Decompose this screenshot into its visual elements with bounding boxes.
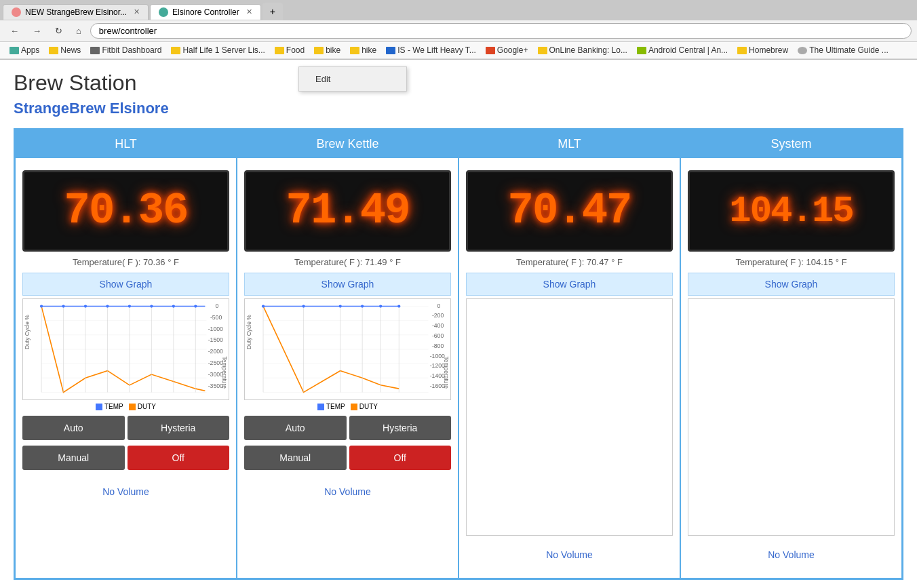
svg-point-27 [84,305,87,307]
station-brew-kettle-body: 71.49 Temperature( F ): 71.49 ° F Show G… [237,158,458,515]
system-show-graph-btn[interactable]: Show Graph [688,273,895,296]
svg-text:-400: -400 [432,322,444,329]
station-system-body: 104.15 Temperature( F ): 104.15 ° F Show… [681,158,901,578]
system-temp-label: Temperature( F ): 104.15 ° F [688,257,895,267]
folder-icon-news [49,47,58,54]
svg-point-62 [397,305,400,307]
svg-text:-800: -800 [432,342,444,349]
mlt-lcd: 70.47 [466,170,673,252]
bookmark-halflife-label: Half Life 1 Server Lis... [182,45,265,55]
tab-bar: NEW StrangeBrew Elsinor... ✕ Elsinore Co… [0,0,917,20]
bookmark-apps[interactable]: Apps [5,44,43,56]
bookmark-is-label: IS - We Lift Heavy T... [397,45,476,55]
home-button[interactable]: ⌂ [71,24,86,38]
brew-kettle-manual-btn[interactable]: Manual [244,446,347,470]
tab-close-elsinore[interactable]: ✕ [246,7,252,16]
svg-point-61 [379,305,382,307]
bookmark-ultimate[interactable]: The Ultimate Guide ... [794,44,893,56]
bookmark-bike[interactable]: bike [310,44,345,56]
hlt-temp-label: Temperature( F ): 70.36 ° F [22,257,229,267]
forward-button[interactable]: → [28,24,46,38]
brew-kettle-duty-dot [351,404,357,410]
hlt-temp-value: 70.36 [64,187,187,235]
bookmark-bike-label: bike [326,45,340,55]
bookmark-fitbit[interactable]: Fitbit Dashboard [86,44,165,56]
brew-kettle-hysteria-btn[interactable]: Hysteria [349,416,452,440]
brew-kettle-lcd: 71.49 [244,170,451,252]
bookmark-android[interactable]: Android Central | An... [633,44,732,56]
hlt-legend-duty: DUTY [129,403,156,410]
bookmark-news[interactable]: News [45,44,85,56]
svg-point-32 [194,305,197,307]
svg-point-60 [361,305,364,307]
brew-kettle-auto-btn[interactable]: Auto [244,416,347,440]
hlt-show-graph-btn[interactable]: Show Graph [22,273,229,296]
brew-kettle-legend-temp: TEMP [317,403,345,410]
bookmark-icon-is [386,47,395,54]
svg-point-59 [339,305,342,307]
hlt-auto-btn[interactable]: Auto [22,416,125,440]
svg-text:-1500: -1500 [208,337,223,344]
reload-button[interactable]: ↻ [50,24,67,38]
hlt-temp-legend-label: TEMP [104,403,123,410]
tab-elsinore[interactable]: Elsinore Controller ✕ [150,4,261,20]
brew-kettle-off-btn[interactable]: Off [349,446,452,470]
hlt-lcd: 70.36 [22,170,229,252]
brew-kettle-show-graph-btn[interactable]: Show Graph [244,273,451,296]
station-brew-kettle-header: Brew Kettle [237,130,458,158]
bookmark-android-label: Android Central | An... [648,45,728,55]
bookmark-icon-android [637,47,646,54]
svg-text:Duty Cycle %: Duty Cycle % [24,315,31,349]
svg-point-57 [262,305,265,307]
station-hlt-header: HLT [16,130,236,158]
bookmarks-bar: Apps News Fitbit Dashboard Half Life 1 S… [0,42,917,59]
bookmark-halflife[interactable]: Half Life 1 Server Lis... [167,44,269,56]
station-system: System 104.15 Temperature( F ): 104.15 °… [680,130,902,579]
context-menu-edit[interactable]: Edit [299,70,406,88]
brew-kettle-graph-svg: 0 -200 -400 -600 -800 -1000 -1200 -1400 … [245,299,450,399]
address-bar[interactable] [90,23,912,39]
page-subtitle[interactable]: StrangeBrew Elsinore [14,100,903,117]
brew-kettle-no-volume: No Volume [244,475,451,508]
bookmark-homebrew[interactable]: Homebrew [733,44,792,56]
tab-icon-strangebrew [12,7,21,17]
browser-chrome: NEW StrangeBrew Elsinor... ✕ Elsinore Co… [0,0,917,60]
brew-kettle-temp-value: 71.49 [286,187,409,235]
brew-kettle-duty-legend-label: DUTY [359,403,378,410]
svg-text:-600: -600 [432,332,444,339]
mlt-temp-value: 70.47 [507,187,631,235]
tab-label-strangebrew: NEW StrangeBrew Elsinor... [25,7,127,17]
system-graph-area [688,298,895,536]
mlt-temp-label: Temperature( F ): 70.47 ° F [466,257,673,267]
svg-point-58 [302,305,305,307]
bookmark-google[interactable]: Google+ [482,44,532,56]
back-button[interactable]: ← [5,24,24,38]
context-menu: Edit [298,66,407,92]
mlt-show-graph-btn[interactable]: Show Graph [466,273,673,296]
tab-strangebrew[interactable]: NEW StrangeBrew Elsinor... ✕ [3,4,149,20]
hlt-temp-dot [96,404,102,410]
svg-point-30 [150,305,153,307]
hlt-hysteria-btn[interactable]: Hysteria [128,416,230,440]
hlt-off-btn[interactable]: Off [128,446,230,470]
hlt-manual-btn[interactable]: Manual [22,446,125,470]
bookmark-fitbit-label: Fitbit Dashboard [102,45,161,55]
bookmark-homebrew-label: Homebrew [749,45,788,55]
brew-kettle-graph-area: 0 -200 -400 -600 -800 -1000 -1200 -1400 … [244,298,451,400]
hlt-btn-row-2: Manual Off [22,446,229,470]
new-tab-button[interactable]: + [262,3,283,20]
bookmark-apps-label: Apps [21,45,39,55]
hlt-btn-row-1: Auto Hysteria [22,416,229,440]
hlt-no-volume: No Volume [22,475,229,508]
bookmark-icon-ultimate [798,47,807,54]
tab-close-strangebrew[interactable]: ✕ [134,7,140,16]
bookmark-is[interactable]: IS - We Lift Heavy T... [382,44,480,56]
station-hlt: HLT 70.36 Temperature( F ): 70.36 ° F Sh… [15,130,237,579]
bookmark-hike[interactable]: hike [346,44,381,56]
bookmark-banking[interactable]: OnLine Banking: Lo... [534,44,631,56]
svg-text:Temperature: Temperature [221,357,228,389]
folder-icon-banking [538,47,547,54]
bookmark-food[interactable]: Food [271,44,309,56]
page-content: Brew Station StrangeBrew Elsinore HLT 70… [0,60,917,588]
system-lcd: 104.15 [688,170,895,252]
